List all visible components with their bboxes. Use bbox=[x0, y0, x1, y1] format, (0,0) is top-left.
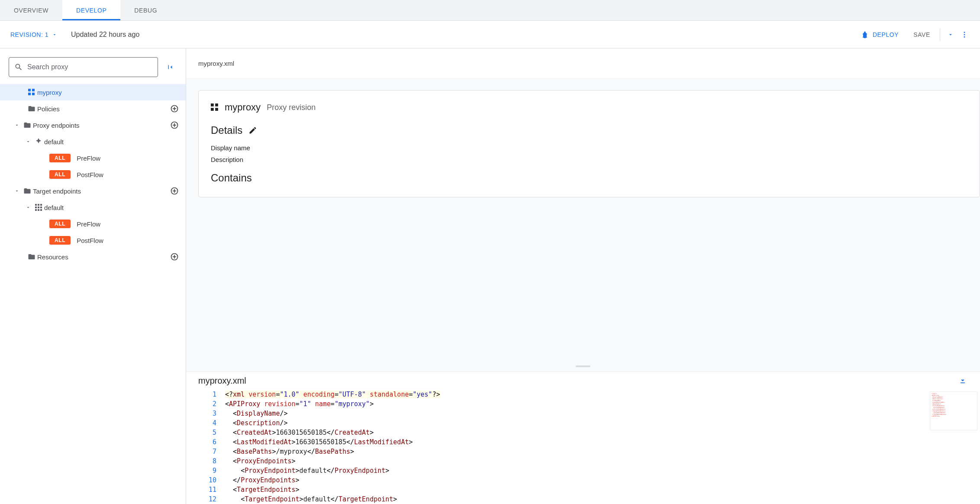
details-heading: Details bbox=[211, 124, 242, 136]
action-bar: REVISION: 1 Updated 22 hours ago DEPLOY … bbox=[0, 21, 980, 48]
svg-point-0 bbox=[864, 31, 865, 32]
save-dropdown-button[interactable] bbox=[944, 28, 957, 42]
updated-text: Updated 22 hours ago bbox=[71, 31, 139, 39]
more-actions-button[interactable] bbox=[957, 28, 971, 42]
editor-minimap[interactable]: <?xml?> <APIProxy> <DisplayName/> <Descr… bbox=[930, 391, 977, 430]
tree-label: default bbox=[44, 204, 179, 211]
svg-rect-9 bbox=[32, 93, 35, 95]
svg-rect-23 bbox=[211, 103, 214, 107]
edit-icon[interactable] bbox=[248, 126, 257, 135]
tree-item-target-postflow[interactable]: ALL PostFlow bbox=[0, 232, 186, 249]
save-button[interactable]: SAVE bbox=[907, 28, 936, 42]
contains-heading: Contains bbox=[211, 172, 967, 184]
svg-rect-20 bbox=[38, 209, 39, 211]
svg-point-5 bbox=[964, 36, 965, 37]
proxy-icon bbox=[211, 103, 219, 111]
svg-rect-6 bbox=[28, 89, 31, 91]
tree-label: Target endpoints bbox=[33, 187, 170, 195]
tree-label: PreFlow bbox=[77, 220, 179, 228]
tree-item-policies[interactable]: Policies bbox=[0, 100, 186, 117]
svg-rect-21 bbox=[40, 209, 42, 211]
breadcrumb: myproxy.xml bbox=[186, 48, 980, 78]
svg-rect-2 bbox=[863, 37, 867, 38]
search-proxy-input[interactable] bbox=[27, 63, 152, 71]
tree-label: default bbox=[44, 138, 179, 145]
svg-rect-19 bbox=[35, 209, 37, 211]
svg-point-4 bbox=[964, 34, 965, 35]
tab-debug[interactable]: DEBUG bbox=[120, 0, 171, 20]
tree-item-resources[interactable]: Resources bbox=[0, 249, 186, 265]
caret-down-icon bbox=[26, 139, 31, 144]
collapse-icon bbox=[166, 63, 174, 71]
svg-rect-25 bbox=[211, 108, 214, 111]
tree-item-target-preflow[interactable]: ALL PreFlow bbox=[0, 216, 186, 232]
search-icon bbox=[14, 63, 23, 71]
caret-down-icon bbox=[14, 188, 19, 194]
svg-rect-17 bbox=[38, 207, 39, 208]
display-name-label: Display name bbox=[211, 144, 967, 152]
editor-gutter: 123456789101112 bbox=[186, 390, 225, 504]
tree-label: Policies bbox=[37, 105, 170, 113]
svg-rect-14 bbox=[38, 204, 39, 206]
add-icon[interactable] bbox=[170, 252, 179, 261]
tree-item-proxy-default[interactable]: default bbox=[0, 133, 186, 150]
tree-item-proxy-postflow[interactable]: ALL PostFlow bbox=[0, 166, 186, 183]
card-subtitle: Proxy revision bbox=[267, 103, 316, 112]
all-badge: ALL bbox=[49, 236, 71, 245]
svg-rect-8 bbox=[28, 93, 31, 95]
description-label: Description bbox=[211, 156, 967, 163]
svg-rect-7 bbox=[32, 89, 35, 91]
folder-icon bbox=[28, 253, 35, 261]
collapse-sidebar-button[interactable] bbox=[163, 60, 177, 74]
tree-label: PostFlow bbox=[77, 237, 179, 244]
tree-item-target-endpoints[interactable]: Target endpoints bbox=[0, 183, 186, 199]
deploy-label: DEPLOY bbox=[873, 31, 899, 38]
folder-icon bbox=[28, 105, 35, 113]
editor-resize-handle[interactable] bbox=[186, 365, 980, 372]
proxy-tree: myproxy Policies Proxy endpoints bbox=[0, 84, 186, 504]
folder-icon bbox=[23, 187, 31, 195]
tab-develop[interactable]: DEVELOP bbox=[62, 0, 120, 20]
tree-label: PreFlow bbox=[77, 155, 179, 162]
svg-rect-1 bbox=[864, 32, 865, 36]
content-area: myproxy.xml myproxy Proxy revision Detai… bbox=[186, 48, 980, 504]
tree-item-proxy-preflow[interactable]: ALL PreFlow bbox=[0, 150, 186, 166]
tree-label: myproxy bbox=[37, 89, 179, 96]
more-vert-icon bbox=[961, 31, 968, 39]
revision-dropdown[interactable]: REVISION: 1 bbox=[10, 31, 57, 38]
svg-point-3 bbox=[964, 32, 965, 33]
proxy-tabs: OVERVIEW DEVELOP DEBUG bbox=[0, 0, 980, 21]
xml-editor[interactable]: 123456789101112 <?xml version="1.0" enco… bbox=[186, 390, 980, 504]
sidebar: myproxy Policies Proxy endpoints bbox=[0, 48, 186, 504]
tab-overview[interactable]: OVERVIEW bbox=[0, 0, 62, 20]
svg-rect-24 bbox=[215, 103, 218, 107]
collapse-down-icon bbox=[958, 377, 967, 385]
svg-rect-27 bbox=[961, 382, 965, 383]
collapse-editor-button[interactable] bbox=[956, 374, 970, 388]
tree-label: Resources bbox=[37, 253, 170, 261]
tree-item-proxy-endpoints[interactable]: Proxy endpoints bbox=[0, 117, 186, 133]
editor-code[interactable]: <?xml version="1.0" encoding="UTF-8" sta… bbox=[225, 390, 980, 504]
deploy-button[interactable]: DEPLOY bbox=[855, 27, 904, 42]
tree-item-myproxy[interactable]: myproxy bbox=[0, 84, 186, 100]
svg-rect-13 bbox=[35, 204, 37, 206]
svg-rect-16 bbox=[35, 207, 37, 208]
proxy-icon bbox=[28, 89, 35, 96]
caret-down-icon bbox=[14, 123, 19, 128]
endpoint-icon bbox=[35, 138, 42, 145]
all-badge: ALL bbox=[49, 220, 71, 228]
tree-item-target-default[interactable]: default bbox=[0, 199, 186, 216]
add-icon[interactable] bbox=[170, 104, 179, 113]
tree-label: PostFlow bbox=[77, 171, 179, 178]
grid-icon bbox=[35, 204, 42, 211]
revision-label: REVISION: 1 bbox=[10, 31, 48, 38]
tree-label: Proxy endpoints bbox=[33, 122, 170, 129]
add-icon[interactable] bbox=[170, 121, 179, 129]
card-title: myproxy bbox=[225, 102, 261, 113]
search-proxy-wrap[interactable] bbox=[9, 57, 158, 77]
caret-down-icon bbox=[26, 205, 31, 210]
add-icon[interactable] bbox=[170, 187, 179, 195]
caret-down-icon bbox=[52, 32, 57, 37]
deploy-icon bbox=[861, 30, 869, 39]
divider bbox=[940, 29, 940, 41]
